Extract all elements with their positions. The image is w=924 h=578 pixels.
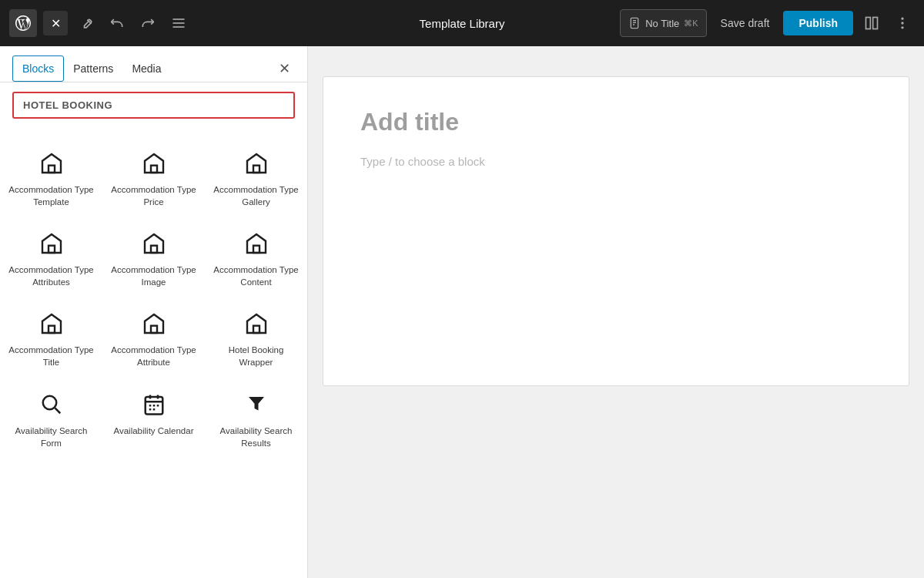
toolbar: ✕ Template Library No Title ⌘K Save draf… <box>0 0 924 46</box>
house-icon <box>38 230 65 257</box>
undo-button[interactable] <box>105 11 129 35</box>
house-icon <box>243 150 270 177</box>
sidebar-close-button[interactable]: ✕ <box>273 58 295 79</box>
blocks-row-1: Accommodation Type Template Accommodatio… <box>0 137 307 217</box>
svg-rect-7 <box>866 18 871 29</box>
close-button[interactable]: ✕ <box>43 11 68 35</box>
sidebar: Blocks Patterns Media ✕ <box>0 46 308 578</box>
search-icon <box>38 391 65 418</box>
house-icon <box>38 310 65 338</box>
redo-button[interactable] <box>136 11 160 35</box>
svg-point-21 <box>42 395 56 409</box>
block-item-accom-type-template[interactable]: Accommodation Type Template <box>0 137 102 217</box>
block-search-input[interactable] <box>12 92 295 119</box>
no-title-field[interactable]: No Title ⌘K <box>620 9 706 37</box>
blocks-row-4: Availability Search Form Availability Ca… <box>0 378 307 459</box>
block-item-accom-type-gallery[interactable]: Accommodation Type Gallery <box>205 137 307 217</box>
house-icon <box>38 150 65 177</box>
svg-rect-20 <box>253 326 259 333</box>
block-label: Availability Calendar <box>114 425 194 437</box>
block-item-availability-search-results[interactable]: Availability Search Results <box>205 378 307 459</box>
svg-rect-17 <box>253 246 259 253</box>
house-icon <box>243 310 270 338</box>
hamburger-button[interactable] <box>166 11 191 35</box>
block-item-availability-search-form[interactable]: Availability Search Form <box>0 378 102 459</box>
svg-point-10 <box>902 22 903 24</box>
wordpress-logo <box>9 9 37 37</box>
house-icon <box>140 230 168 257</box>
sidebar-tabs: Blocks Patterns Media ✕ <box>0 46 307 82</box>
svg-rect-19 <box>151 326 157 333</box>
svg-rect-18 <box>49 326 55 333</box>
svg-line-22 <box>55 408 60 413</box>
filter-icon <box>243 391 270 418</box>
block-item-accom-type-attribute[interactable]: Accommodation Type Attribute <box>102 297 205 378</box>
title-placeholder[interactable]: Add title <box>360 108 872 136</box>
block-label: Accommodation Type Attribute <box>109 344 199 368</box>
block-label: Accommodation Type Gallery <box>211 183 301 208</box>
blocks-row-2: Accommodation Type Attributes Accommodat… <box>0 217 307 297</box>
block-item-availability-calendar[interactable]: Availability Calendar <box>102 378 205 459</box>
block-item-accom-type-image[interactable]: Accommodation Type Image <box>102 217 205 297</box>
block-label: Availability Search Results <box>211 425 301 449</box>
block-label: Hotel Booking Wrapper <box>211 344 301 368</box>
tab-blocks[interactable]: Blocks <box>12 55 64 82</box>
svg-rect-16 <box>151 246 157 253</box>
block-label: Accommodation Type Title <box>6 344 96 368</box>
template-library-title: Template Library <box>420 17 505 30</box>
tab-media[interactable]: Media <box>122 56 170 81</box>
search-section <box>0 82 307 128</box>
tab-patterns[interactable]: Patterns <box>64 56 122 81</box>
house-icon <box>140 150 168 177</box>
block-label: Availability Search Form <box>6 425 96 449</box>
blocks-row-3: Accommodation Type Title Accommodation T… <box>0 297 307 378</box>
svg-rect-13 <box>151 166 157 173</box>
svg-rect-14 <box>253 166 259 173</box>
block-item-accom-type-price[interactable]: Accommodation Type Price <box>102 137 205 217</box>
svg-point-11 <box>902 27 903 29</box>
blocks-grid: Accommodation Type Template Accommodatio… <box>0 128 307 578</box>
block-label: Accommodation Type Content <box>211 264 301 288</box>
block-label: Accommodation Type Price <box>109 183 199 208</box>
svg-point-9 <box>902 18 903 19</box>
keyboard-shortcut: ⌘K <box>684 18 698 29</box>
house-icon <box>140 310 168 338</box>
main-layout: Blocks Patterns Media ✕ <box>0 46 924 578</box>
editor-canvas: Add title Type / to choose a block + <box>323 77 909 385</box>
toolbar-right: No Title ⌘K Save draft Publish <box>620 9 915 37</box>
block-item-accom-type-content[interactable]: Accommodation Type Content <box>205 217 307 297</box>
calendar-icon <box>140 391 168 418</box>
block-item-accom-type-attributes[interactable]: Accommodation Type Attributes <box>0 217 102 297</box>
block-item-hotel-booking-wrapper[interactable]: Hotel Booking Wrapper <box>205 297 307 378</box>
view-toggle-button[interactable] <box>859 11 884 35</box>
svg-rect-12 <box>49 166 55 173</box>
block-label: Accommodation Type Template <box>6 183 96 208</box>
block-label: Accommodation Type Image <box>109 264 199 288</box>
svg-rect-15 <box>49 246 55 253</box>
block-placeholder[interactable]: Type / to choose a block <box>360 155 872 168</box>
no-title-label: No Title <box>645 18 679 29</box>
block-label: Accommodation Type Attributes <box>6 264 96 288</box>
pen-tool-button[interactable] <box>74 11 99 35</box>
svg-rect-8 <box>873 18 878 29</box>
block-item-accom-type-title[interactable]: Accommodation Type Title <box>0 297 102 378</box>
editor-area: Add title Type / to choose a block + <box>308 46 924 578</box>
house-icon <box>243 230 270 257</box>
save-draft-button[interactable]: Save draft <box>713 12 778 34</box>
more-options-button[interactable] <box>890 11 915 35</box>
publish-button[interactable]: Publish <box>783 11 853 35</box>
